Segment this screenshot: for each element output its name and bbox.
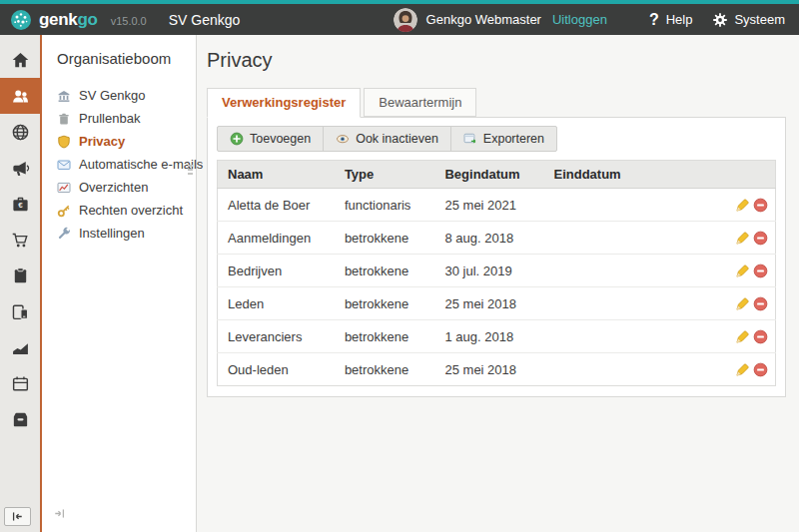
cell-einddatum [543, 222, 719, 255]
add-icon [230, 132, 244, 146]
cell-einddatum [543, 287, 719, 320]
row-delete-button[interactable] [753, 296, 768, 311]
gear-icon [712, 12, 728, 28]
sidebar-item-label: Automatische e-mails [79, 157, 203, 172]
minus-circle-icon [753, 231, 768, 246]
sidebar-item-automatische-e-mails[interactable]: Automatische e-mails [57, 153, 196, 176]
system-button[interactable]: Systeem [712, 12, 785, 28]
cell-naam: Aanmeldingen [218, 222, 335, 255]
sidebar-item-label: Instellingen [79, 226, 145, 241]
row-edit-button[interactable] [735, 362, 750, 377]
row-edit-button[interactable] [735, 198, 750, 213]
pencil-icon [735, 296, 750, 311]
cell-begindatum: 25 mei 2021 [434, 189, 543, 222]
cell-einddatum [543, 353, 719, 386]
minus-circle-icon [753, 329, 768, 344]
iconbar-item-megaphone[interactable] [0, 150, 40, 186]
iconbar-item-area-chart[interactable] [0, 329, 40, 365]
collapse-right-icon [53, 507, 66, 520]
genkgo-logo: genkgo [10, 9, 98, 31]
cell-naam: Oud-leden [218, 353, 335, 386]
tab-bar: VerwerkingsregisterBewaartermijn [207, 88, 786, 117]
eye-icon [336, 132, 350, 146]
tab-bewaartermijn[interactable]: Bewaartermijn [364, 88, 476, 117]
iconbar-item-users[interactable] [0, 78, 40, 114]
user-avatar[interactable] [394, 8, 417, 32]
sidebar-item-sv-genkgo[interactable]: SV Genkgo [57, 84, 196, 107]
clipboard-icon [11, 266, 30, 285]
iconbar-item-devices[interactable] [0, 293, 40, 329]
collapse-iconbar-button[interactable] [4, 507, 31, 526]
cell-begindatum: 25 mei 2018 [434, 287, 543, 320]
cell-actions [720, 320, 776, 353]
cell-type: betrokkene [335, 255, 435, 287]
collapse-left-icon [11, 510, 24, 523]
sidebar-item-rechten-overzicht[interactable]: Rechten overzicht [57, 199, 196, 222]
iconbar-item-shopping-cart[interactable] [0, 222, 40, 258]
iconbar-item-calendar[interactable] [0, 365, 40, 401]
minus-circle-icon [753, 264, 768, 278]
cell-naam: Aletta de Boer [218, 189, 335, 222]
building-icon [57, 89, 71, 103]
cell-begindatum: 1 aug. 2018 [434, 320, 543, 353]
logout-link[interactable]: Uitloggen [552, 12, 607, 27]
toolbar-button-label: Exporteren [483, 132, 544, 146]
briefcase-euro-icon: € [11, 195, 30, 214]
row-edit-button[interactable] [735, 296, 750, 311]
users-icon [11, 87, 30, 106]
row-delete-button[interactable] [753, 362, 768, 377]
iconbar-item-home[interactable] [0, 42, 40, 78]
row-delete-button[interactable] [753, 329, 768, 344]
row-edit-button[interactable] [735, 231, 750, 246]
iconbar-item-archive[interactable] [0, 401, 40, 437]
table-row: Oud-ledenbetrokkene25 mei 2018 [218, 353, 776, 386]
iconbar-item-briefcase-euro[interactable]: € [0, 186, 40, 222]
pencil-icon [735, 264, 750, 278]
sidebar-item-prullenbak[interactable]: Prullenbak [57, 107, 196, 130]
row-edit-button[interactable] [735, 329, 750, 344]
iconbar-item-clipboard[interactable] [0, 258, 40, 293]
sidebar-resize-handle[interactable] [188, 165, 193, 175]
cell-type: betrokkene [335, 353, 435, 386]
system-label: Systeem [734, 12, 785, 27]
sidebar-item-label: SV Genkgo [79, 88, 146, 103]
sidebar-title: Organisatieboom [57, 50, 196, 67]
cell-type: betrokkene [335, 287, 435, 320]
row-edit-button[interactable] [735, 264, 750, 278]
wrench-icon [57, 227, 71, 241]
sidebar-item-label: Overzichten [79, 180, 148, 195]
sidebar-item-instellingen[interactable]: Instellingen [57, 222, 196, 245]
archive-icon [11, 410, 30, 429]
column-header-type: Type [335, 161, 435, 189]
area-chart-icon [11, 338, 30, 357]
logo-text: genkgo [39, 10, 98, 30]
tab-verwerkingsregister[interactable]: Verwerkingsregister [207, 88, 361, 118]
module-iconbar: € [0, 35, 42, 532]
cell-actions [720, 189, 776, 222]
topbar: genkgo v15.0.0 SV Genkgo Genkgo Webmaste… [0, 4, 799, 35]
cell-begindatum: 8 aug. 2018 [434, 222, 543, 255]
column-header-einddatum: Einddatum [543, 161, 719, 189]
envelope-icon [57, 158, 71, 172]
sidebar-item-overzichten[interactable]: Overzichten [57, 176, 196, 199]
toolbar-button-exporteren[interactable]: Exporteren [451, 127, 556, 151]
row-delete-button[interactable] [753, 198, 768, 213]
collapse-sidebar-button[interactable] [53, 506, 66, 524]
tab-panel: ToevoegenOok inactievenExporteren NaamTy… [207, 117, 786, 397]
cell-begindatum: 30 jul. 2019 [434, 255, 543, 287]
export-icon [463, 132, 477, 146]
iconbar-item-globe[interactable] [0, 114, 40, 150]
toolbar-button-ook-inactieven[interactable]: Ook inactieven [324, 127, 451, 151]
minus-circle-icon [753, 296, 768, 311]
shopping-cart-icon [11, 231, 30, 250]
toolbar-button-toevoegen[interactable]: Toevoegen [218, 127, 324, 151]
help-label: Help [666, 12, 693, 27]
sidebar-item-privacy[interactable]: Privacy [57, 130, 196, 153]
main-content: Privacy VerwerkingsregisterBewaartermijn… [197, 35, 799, 532]
help-button[interactable]: ? Help [649, 11, 693, 29]
row-delete-button[interactable] [753, 231, 768, 246]
cell-begindatum: 25 mei 2018 [434, 353, 543, 386]
pencil-icon [735, 231, 750, 246]
table-row: Aletta de Boerfunctionaris25 mei 2021 [218, 189, 776, 222]
row-delete-button[interactable] [753, 264, 768, 278]
